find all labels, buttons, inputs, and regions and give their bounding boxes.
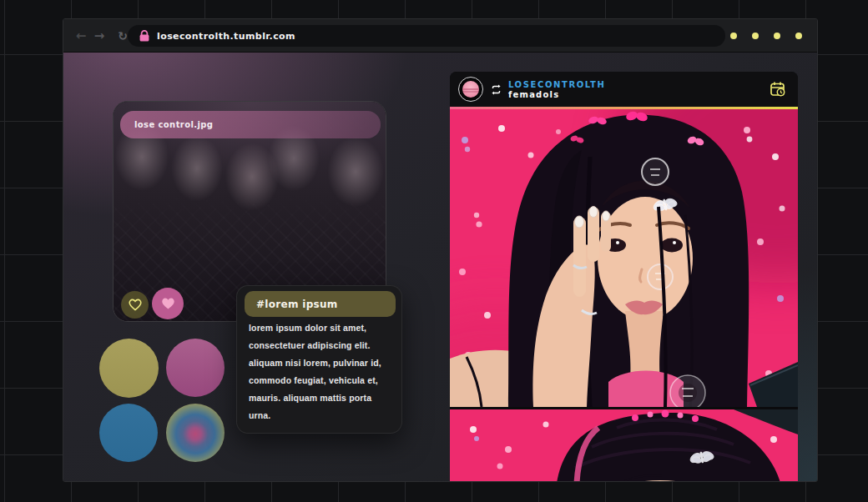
calendar-clock-icon[interactable] [769, 80, 787, 98]
tag-chip[interactable]: #lorem ipsum [245, 291, 396, 317]
color-swatch-gradient[interactable] [166, 404, 225, 462]
url-text: losecontrolth.tumblr.com [157, 31, 295, 42]
post-header: LOSECONTROLTH femadols [450, 72, 798, 107]
color-swatch-magenta[interactable] [166, 339, 225, 397]
like-button-solid[interactable] [152, 288, 184, 319]
post-usernames: LOSECONTROLTH femadols [508, 80, 606, 99]
tag-tooltip: #lorem ipsum lorem ipsum dolor sit amet,… [236, 285, 402, 434]
heart-filled-icon [161, 297, 175, 310]
like-button-outline[interactable] [121, 291, 149, 319]
browser-toolbar: ← → ↻ losecontrolth.tumblr.com [63, 19, 817, 53]
tumblr-post: LOSECONTROLTH femadols [450, 72, 798, 482]
back-arrow-icon[interactable]: ← [72, 19, 90, 53]
url-bar[interactable]: losecontrolth.tumblr.com [128, 25, 725, 47]
reblog-icon[interactable] [490, 84, 502, 95]
browser-window: ← → ↻ losecontrolth.tumblr.com [63, 18, 818, 482]
post-photo-secondary [450, 409, 798, 482]
heart-outline-icon [129, 299, 142, 311]
filename-pill: lose control.jpg [120, 111, 381, 138]
avatar-image [462, 81, 479, 98]
window-dot[interactable] [730, 33, 737, 39]
window-dot[interactable] [752, 33, 759, 39]
tooltip-body: lorem ipsum dolor sit amet, consectetuer… [249, 319, 391, 424]
avatar[interactable] [458, 77, 483, 102]
browser-viewport: lose control.jpg #l [63, 53, 818, 482]
color-swatch-blue[interactable] [99, 404, 158, 462]
window-dot[interactable] [774, 33, 780, 39]
color-swatch-olive[interactable] [99, 339, 159, 398]
forward-arrow-icon[interactable]: → [90, 19, 108, 53]
post-photo-main [450, 107, 798, 407]
username-link[interactable]: LOSECONTROLTH [508, 80, 606, 89]
source-blog-label: femadols [508, 90, 606, 99]
desktop-background: ← → ↻ losecontrolth.tumblr.com [0, 0, 868, 502]
window-dot[interactable] [795, 33, 802, 39]
window-controls [730, 19, 802, 53]
lock-icon [139, 30, 149, 42]
filename-label: lose control.jpg [134, 120, 213, 129]
